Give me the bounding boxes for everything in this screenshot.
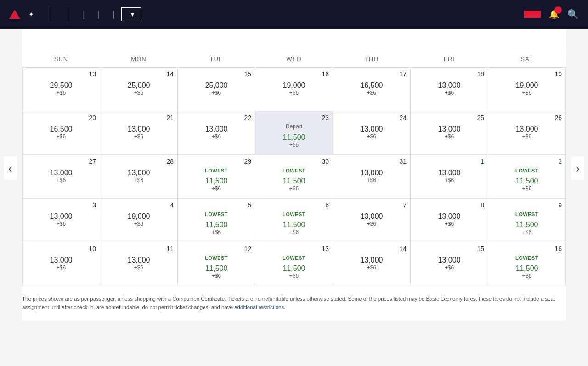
calendar-cell[interactable]: 2713,000+$6 xyxy=(23,155,100,199)
cell-fee: +$6 xyxy=(104,133,174,140)
cell-date-number: 4 xyxy=(104,201,174,209)
delta-triangle-icon xyxy=(9,10,20,19)
calendar-cell[interactable]: 419,000+$6 xyxy=(100,199,178,242)
disclaimer-text: The prices shown are as per passenger, u… xyxy=(22,296,555,310)
prev-month-button[interactable]: ‹ xyxy=(4,156,17,180)
cell-date-number: 5 xyxy=(181,201,251,209)
cell-miles: 11,500 xyxy=(492,264,562,273)
calendar-cell[interactable]: 6LOWEST11,500+$6 xyxy=(255,199,333,242)
cell-miles: 13,000 xyxy=(337,169,407,177)
calendar-week-row: 2016,500+$62113,000+$62213,000+$623Depar… xyxy=(23,111,566,155)
cell-miles: 25,000 xyxy=(181,81,251,90)
calendar-cell[interactable]: 1525,000+$6 xyxy=(178,68,255,111)
search-button[interactable]: 🔍 xyxy=(567,9,579,20)
calendar-cell[interactable]: 1013,000+$6 xyxy=(23,242,100,286)
cell-miles: 25,000 xyxy=(104,81,174,90)
calendar-cell[interactable]: 3113,000+$6 xyxy=(333,155,411,199)
main-content: ‹ › SUN MON TUE WED THU FRI SAT 1329,500… xyxy=(22,29,566,286)
cell-miles: 19,000 xyxy=(104,212,174,221)
disclaimer: The prices shown are as per passenger, u… xyxy=(22,286,566,321)
cell-date-number: 12 xyxy=(181,245,251,252)
calendar-cell[interactable]: 1619,000+$6 xyxy=(255,68,333,111)
cell-fee: +$6 xyxy=(492,273,562,279)
calendar-cell[interactable]: 313,000+$6 xyxy=(23,199,100,242)
calendar-cell[interactable]: 1413,000+$6 xyxy=(333,242,411,286)
calendar-cell[interactable]: 1813,000+$6 xyxy=(411,68,488,111)
calendar-cell[interactable]: 2813,000+$6 xyxy=(100,155,178,199)
cell-date-number: 10 xyxy=(26,245,96,252)
lowest-label: LOWEST xyxy=(181,255,251,261)
cell-miles: 19,000 xyxy=(492,81,562,90)
cell-date-number: 8 xyxy=(414,201,484,209)
cell-date-number: 31 xyxy=(337,158,407,165)
cell-miles: 13,000 xyxy=(104,125,174,133)
col-wed: WED xyxy=(255,50,333,68)
cell-date-number: 2 xyxy=(492,158,562,165)
calendar-cell[interactable]: 1919,000+$6 xyxy=(488,68,566,111)
cell-miles: 16,500 xyxy=(337,81,407,90)
login-button[interactable] xyxy=(524,11,541,18)
calendar-cell[interactable]: 113,000+$6 xyxy=(411,155,488,199)
calendar-week-row: 1013,000+$61113,000+$612LOWEST11,500+$61… xyxy=(23,242,566,286)
cell-miles: 11,500 xyxy=(259,177,329,185)
calendar-cell[interactable]: 30LOWEST11,500+$6 xyxy=(255,155,333,199)
cell-date-number: 3 xyxy=(26,201,96,209)
calendar-cell[interactable]: 2413,000+$6 xyxy=(333,111,411,155)
cell-miles: 11,500 xyxy=(181,221,251,229)
cell-fee: +$6 xyxy=(104,264,174,271)
cell-fee: +$6 xyxy=(259,229,329,235)
calendar-cell[interactable]: 2613,000+$6 xyxy=(488,111,566,155)
cell-date-number: 9 xyxy=(492,201,562,209)
cell-fee: +$6 xyxy=(492,133,562,140)
cell-fee: +$6 xyxy=(414,90,484,96)
calendar-cell[interactable]: 1113,000+$6 xyxy=(100,242,178,286)
pipe-3: | xyxy=(113,10,115,19)
calendar-cell[interactable]: 1513,000+$6 xyxy=(411,242,488,286)
modify-button[interactable]: ▾ xyxy=(121,7,141,21)
calendar-cell[interactable]: 713,000+$6 xyxy=(333,199,411,242)
cell-date-number: 7 xyxy=(337,201,407,209)
calendar-cell[interactable]: 29LOWEST11,500+$6 xyxy=(178,155,255,199)
col-tue: TUE xyxy=(178,50,255,68)
cell-fee: +$6 xyxy=(337,221,407,227)
calendar-cell[interactable]: 2213,000+$6 xyxy=(178,111,255,155)
cell-miles: 29,500 xyxy=(26,81,96,90)
cell-date-number: 13 xyxy=(259,245,329,252)
cell-date-number: 14 xyxy=(337,245,407,252)
cell-fee: +$6 xyxy=(181,273,251,279)
col-fri: FRI xyxy=(411,50,488,68)
calendar-cell[interactable]: 2513,000+$6 xyxy=(411,111,488,155)
cell-date-number: 21 xyxy=(104,114,174,121)
search-icon: 🔍 xyxy=(567,9,579,19)
calendar-cell[interactable]: 9LOWEST11,500+$6 xyxy=(488,199,566,242)
lowest-label: LOWEST xyxy=(259,212,329,217)
calendar-cell[interactable]: 16LOWEST11,500+$6 xyxy=(488,242,566,286)
cell-date-number: 14 xyxy=(104,70,174,78)
header-divider-2 xyxy=(68,6,68,23)
cell-fee: +$6 xyxy=(337,177,407,183)
calendar-cell[interactable]: 813,000+$6 xyxy=(411,199,488,242)
cell-miles: 13,000 xyxy=(104,169,174,177)
cell-fee: +$6 xyxy=(181,90,251,96)
calendar-cell[interactable]: 2113,000+$6 xyxy=(100,111,178,155)
calendar-week-row: 2713,000+$62813,000+$629LOWEST11,500+$63… xyxy=(23,155,566,199)
cell-fee: +$6 xyxy=(181,133,251,140)
calendar-cell[interactable]: 1716,500+$6 xyxy=(333,68,411,111)
cell-fee: +$6 xyxy=(337,133,407,140)
disclaimer-link[interactable]: additional restrictions. xyxy=(234,304,285,310)
calendar-body: 1329,500+$61425,000+$61525,000+$61619,00… xyxy=(23,68,566,286)
cell-date-number: 20 xyxy=(26,114,96,121)
cell-miles: 13,000 xyxy=(414,125,484,133)
cell-miles: 13,000 xyxy=(337,212,407,221)
calendar-cell[interactable]: 12LOWEST11,500+$6 xyxy=(178,242,255,286)
calendar-cell[interactable]: 1425,000+$6 xyxy=(100,68,178,111)
calendar-cell[interactable]: 2016,500+$6 xyxy=(23,111,100,155)
calendar-cell[interactable]: 2LOWEST11,500+$6 xyxy=(488,155,566,199)
cell-fee: +$6 xyxy=(492,229,562,235)
calendar-cell[interactable]: 5LOWEST11,500+$6 xyxy=(178,199,255,242)
calendar-cell[interactable]: 13LOWEST11,500+$6 xyxy=(255,242,333,286)
calendar-cell[interactable]: 1329,500+$6 xyxy=(23,68,100,111)
next-month-button[interactable]: › xyxy=(571,156,584,180)
notifications-button[interactable]: 🔔 xyxy=(549,9,559,19)
calendar-cell[interactable]: 23Depart11,500+$6 xyxy=(255,111,333,155)
